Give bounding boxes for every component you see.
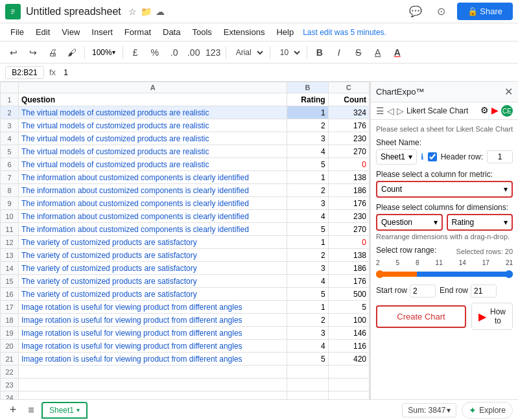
cell-b-14[interactable]: 3 — [287, 262, 328, 275]
cell-b-17[interactable]: 1 — [287, 301, 328, 314]
cell-c-5[interactable]: 270 — [328, 145, 369, 158]
cell-c-12[interactable]: 0 — [328, 236, 369, 249]
start-row-input[interactable] — [410, 285, 436, 298]
cell-b-8[interactable]: 2 — [287, 184, 328, 197]
sheet-tab-sheet1[interactable]: Sheet1 ▾ — [41, 402, 88, 419]
chat-icon[interactable]: 💬 — [405, 1, 426, 22]
sheet-name-dropdown[interactable]: Sheet1 ▾ — [376, 149, 417, 165]
cell-c-24[interactable] — [328, 391, 369, 400]
header-row-checkbox[interactable] — [428, 152, 437, 161]
add-sheet-button[interactable]: + — [5, 402, 21, 418]
cell-a-13[interactable]: The variety of customized products are s… — [19, 249, 287, 262]
panel-forward-icon[interactable]: ▷ — [397, 106, 404, 116]
cell-a-14[interactable]: The variety of customized products are s… — [19, 262, 287, 275]
zoom-selector[interactable]: 100% ▾ — [89, 46, 119, 59]
menu-format[interactable]: Format — [119, 25, 156, 40]
cell-c-2[interactable]: 324 — [328, 106, 369, 119]
cell-a-23[interactable] — [19, 379, 287, 391]
cell-c-3[interactable]: 176 — [328, 119, 369, 132]
folder-icon[interactable]: 📁 — [141, 6, 152, 17]
sheets-menu-button[interactable]: ≡ — [23, 402, 39, 418]
menu-insert[interactable]: Insert — [86, 25, 118, 40]
dimension2-dropdown[interactable]: Rating ▾ — [447, 214, 513, 231]
cell-b-11[interactable]: 5 — [287, 223, 328, 236]
cell-a-2[interactable]: The virtual models of customized product… — [19, 106, 287, 119]
sum-display[interactable]: Sum: 3847 ▾ — [402, 403, 456, 417]
cell-c-23[interactable] — [328, 379, 369, 391]
cell-a-12[interactable]: The variety of customized products are s… — [19, 236, 287, 249]
menu-help[interactable]: Help — [271, 25, 299, 40]
cell-a-6[interactable]: The virtual models of customized product… — [19, 158, 287, 171]
cell-c-10[interactable]: 230 — [328, 210, 369, 223]
dimension1-dropdown[interactable]: Question ▾ — [376, 214, 443, 231]
cell-b-19[interactable]: 3 — [287, 327, 328, 340]
cell-c-15[interactable]: 176 — [328, 275, 369, 288]
youtube-icon[interactable]: ▶ — [491, 105, 499, 117]
cell-b-4[interactable]: 3 — [287, 132, 328, 145]
cell-b-18[interactable]: 2 — [287, 314, 328, 327]
howto-button[interactable]: ▶ How to — [471, 303, 513, 330]
cell-c-6[interactable]: 0 — [328, 158, 369, 171]
col-header-c[interactable]: C — [328, 82, 369, 93]
menu-extensions[interactable]: Extensions — [218, 25, 270, 40]
end-row-input[interactable] — [471, 285, 497, 298]
formula-input[interactable]: 1 — [61, 67, 513, 78]
cell-b-7[interactable]: 1 — [287, 171, 328, 184]
menu-view[interactable]: View — [56, 25, 85, 40]
settings-icon[interactable]: ⚙ — [480, 105, 489, 117]
menu-file[interactable]: File — [5, 25, 29, 40]
cell-b-16[interactable]: 5 — [287, 288, 328, 301]
undo-button[interactable]: ↩ — [5, 44, 22, 61]
cell-a-20[interactable]: Image rotation is useful for viewing pro… — [19, 340, 287, 353]
number-format-button[interactable]: 123 — [205, 44, 222, 61]
underline-button[interactable]: A — [370, 44, 386, 61]
header-row-input[interactable] — [487, 150, 513, 163]
star-icon[interactable]: ☆ — [128, 6, 137, 17]
cell-b-9[interactable]: 3 — [287, 197, 328, 210]
text-color-button[interactable]: A — [389, 44, 406, 61]
range-track[interactable] — [376, 272, 513, 277]
cell-a-19[interactable]: Image rotation is useful for viewing pro… — [19, 327, 287, 340]
bold-button[interactable]: B — [311, 44, 328, 61]
cell-a-22[interactable] — [19, 366, 287, 379]
cell-b-3[interactable]: 2 — [287, 119, 328, 132]
cell-b-1[interactable]: Rating — [287, 93, 328, 106]
create-chart-button[interactable]: Create Chart — [376, 305, 466, 328]
metric-dropdown[interactable]: Count ▾ — [376, 181, 513, 198]
cell-c-13[interactable]: 138 — [328, 249, 369, 262]
panel-close-button[interactable]: ✕ — [504, 86, 513, 98]
cell-a-16[interactable]: The variety of customized products are s… — [19, 288, 287, 301]
decimal-less-button[interactable]: .0 — [166, 44, 183, 61]
strikethrough-button[interactable]: S — [350, 44, 367, 61]
cell-a-7[interactable]: The information about customized compone… — [19, 171, 287, 184]
panel-back-icon[interactable]: ◁ — [387, 106, 394, 116]
font-size-selector[interactable]: 10 — [274, 45, 303, 60]
panel-menu-icon[interactable]: ☰ — [376, 106, 384, 116]
italic-button[interactable]: I — [331, 44, 347, 61]
cell-c-1[interactable]: Count — [328, 93, 369, 106]
cell-a-24[interactable] — [19, 391, 287, 400]
paint-format-button[interactable]: 🖌 — [64, 44, 80, 61]
cell-c-21[interactable]: 420 — [328, 353, 369, 366]
currency-button[interactable]: £ — [127, 44, 144, 61]
redo-button[interactable]: ↪ — [25, 44, 41, 61]
cell-b-12[interactable]: 1 — [287, 236, 328, 249]
cell-b-22[interactable] — [287, 366, 328, 379]
cell-b-21[interactable]: 5 — [287, 353, 328, 366]
cloud-icon[interactable]: ☁ — [156, 6, 165, 17]
cell-c-7[interactable]: 138 — [328, 171, 369, 184]
explore-button[interactable]: ✦ Explore — [462, 402, 513, 419]
share-history-icon[interactable]: ⊙ — [431, 1, 452, 22]
cell-b-20[interactable]: 4 — [287, 340, 328, 353]
cell-a-18[interactable]: Image rotation is useful for viewing pro… — [19, 314, 287, 327]
decimal-more-button[interactable]: .00 — [185, 44, 202, 61]
menu-tools[interactable]: Tools — [187, 25, 217, 40]
cell-a-1[interactable]: Question — [19, 93, 287, 106]
cell-b-10[interactable]: 4 — [287, 210, 328, 223]
cell-c-14[interactable]: 186 — [328, 262, 369, 275]
cell-a-11[interactable]: The information about customized compone… — [19, 223, 287, 236]
cell-a-21[interactable]: Image rotation is useful for viewing pro… — [19, 353, 287, 366]
cell-c-17[interactable]: 5 — [328, 301, 369, 314]
cell-c-4[interactable]: 230 — [328, 132, 369, 145]
cell-b-23[interactable] — [287, 379, 328, 391]
